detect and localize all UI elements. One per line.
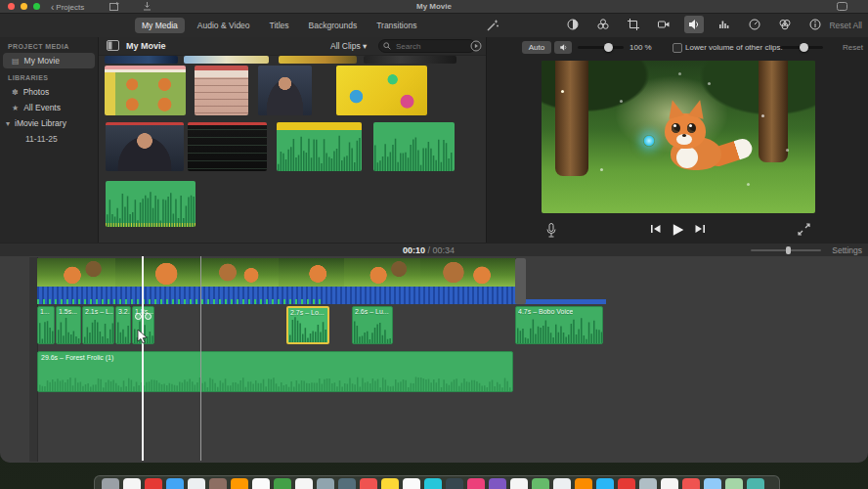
tab-titles[interactable]: Titles bbox=[263, 18, 296, 33]
volume-reset-button[interactable]: Reset bbox=[843, 43, 863, 52]
clip-end-handle[interactable] bbox=[515, 258, 526, 304]
media-thumbnail-man[interactable] bbox=[258, 66, 312, 115]
dock-app-icon[interactable] bbox=[231, 478, 248, 489]
play-filtered-icon[interactable] bbox=[470, 40, 482, 52]
volume-slider-knob[interactable] bbox=[604, 43, 613, 52]
clip-filter-dropdown[interactable]: All Clips ▾ bbox=[330, 41, 367, 51]
dock-app-icon[interactable] bbox=[532, 478, 549, 489]
timeline-video-clip[interactable] bbox=[37, 258, 116, 287]
sidebar-item-my-movie[interactable]: ▤ My Movie bbox=[3, 53, 95, 68]
background-music-clip[interactable]: 29.6s – Forest Frolic (1) bbox=[37, 351, 513, 392]
dock-app-icon[interactable] bbox=[618, 478, 635, 489]
timeline-audio-clip[interactable]: 4.7s – Bobo Voice bbox=[515, 306, 603, 344]
search-field[interactable] bbox=[378, 39, 476, 53]
fade-handle[interactable] bbox=[145, 313, 152, 320]
media-thumbnail-foxgrid[interactable] bbox=[105, 66, 186, 115]
volume-icon[interactable] bbox=[684, 16, 704, 33]
tab-my-media[interactable]: My Media bbox=[135, 18, 185, 33]
media-thumbnail-terminal[interactable] bbox=[188, 122, 267, 171]
sidebar-item-imovie-library[interactable]: ▾ iMovie Library bbox=[0, 115, 98, 131]
timeline-zoom-slider[interactable] bbox=[751, 249, 821, 251]
chevron-down-icon[interactable]: ▾ bbox=[6, 119, 10, 128]
timeline-audio-clip[interactable]: 2.1s – L... bbox=[82, 306, 114, 344]
timeline-audio-clip[interactable]: 2.6s – Lu... bbox=[352, 306, 393, 344]
dock-app-icon[interactable] bbox=[274, 478, 291, 489]
timeline-audio-clip[interactable]: 3.2... bbox=[115, 306, 131, 344]
tab-audio-video[interactable]: Audio & Video bbox=[191, 18, 257, 33]
media-thumbnail-partial-sky[interactable] bbox=[184, 56, 269, 64]
enhance-wand-icon[interactable] bbox=[486, 19, 499, 32]
ducking-slider-knob[interactable] bbox=[800, 43, 808, 52]
tab-transitions[interactable]: Transitions bbox=[369, 18, 423, 33]
dock-app-icon[interactable] bbox=[403, 478, 420, 489]
clip-filter-icon[interactable] bbox=[775, 16, 795, 33]
lower-volume-checkbox[interactable] bbox=[673, 43, 682, 53]
sidebar-item-all-events[interactable]: ★ All Events bbox=[0, 100, 98, 115]
reset-all-button[interactable]: Reset All bbox=[829, 21, 862, 30]
dock-app-icon[interactable] bbox=[575, 478, 592, 489]
dock-app-icon[interactable] bbox=[295, 478, 313, 489]
playhead[interactable] bbox=[142, 256, 144, 461]
auto-volume-button[interactable]: Auto bbox=[522, 41, 551, 54]
noise-reduction-icon[interactable] bbox=[715, 16, 734, 33]
dock-app-icon[interactable] bbox=[317, 478, 334, 489]
sidebar-toggle-icon[interactable] bbox=[107, 40, 119, 51]
timeline-audio-clip[interactable]: 1.5s... bbox=[56, 306, 81, 344]
share-icon[interactable] bbox=[837, 2, 847, 11]
media-thumbnail-man2[interactable] bbox=[106, 122, 184, 171]
dock-app-icon[interactable] bbox=[360, 478, 377, 489]
info-icon[interactable] bbox=[805, 16, 825, 33]
dock-app-icon[interactable] bbox=[424, 478, 442, 489]
sidebar-item-photos[interactable]: ✽ Photos bbox=[0, 84, 98, 100]
volume-slider[interactable] bbox=[578, 46, 624, 49]
dock-app-icon[interactable] bbox=[467, 478, 485, 489]
dock-app-icon[interactable] bbox=[381, 478, 399, 489]
color-correction-icon[interactable] bbox=[593, 16, 613, 33]
fade-handle[interactable] bbox=[135, 313, 142, 320]
speed-icon[interactable] bbox=[745, 16, 764, 33]
media-thumbnail-yellow[interactable] bbox=[336, 66, 427, 115]
timeline-zoom-knob[interactable] bbox=[786, 246, 791, 254]
previous-frame-button[interactable] bbox=[649, 223, 662, 235]
dock-app-icon[interactable] bbox=[704, 478, 721, 489]
timeline-video-clip[interactable] bbox=[420, 258, 516, 287]
next-frame-button[interactable] bbox=[694, 223, 707, 235]
tab-backgrounds[interactable]: Backgrounds bbox=[302, 18, 365, 33]
dock-app-icon[interactable] bbox=[188, 478, 205, 489]
media-thumbnail-partial-yellow[interactable] bbox=[279, 56, 357, 64]
dock-app-icon[interactable] bbox=[682, 478, 700, 489]
dock-app-icon[interactable] bbox=[639, 478, 657, 489]
dock-app-icon[interactable] bbox=[252, 478, 270, 489]
mute-button[interactable] bbox=[554, 41, 572, 54]
timeline-settings-button[interactable]: Settings bbox=[832, 245, 862, 255]
dock-app-icon[interactable] bbox=[446, 478, 463, 489]
fullscreen-icon[interactable] bbox=[798, 223, 810, 236]
dock-app-icon[interactable] bbox=[747, 478, 764, 489]
dock-app-icon[interactable] bbox=[102, 478, 119, 489]
color-balance-icon[interactable] bbox=[563, 16, 583, 33]
media-thumbnail-doc[interactable] bbox=[195, 66, 248, 115]
dock-app-icon[interactable] bbox=[725, 478, 743, 489]
dock-app-icon[interactable] bbox=[338, 478, 356, 489]
timeline-video-clip[interactable] bbox=[115, 258, 201, 287]
stabilization-icon[interactable] bbox=[654, 16, 673, 33]
ducking-slider[interactable] bbox=[780, 46, 823, 49]
timeline-audio-clip-selected[interactable]: 2.7s – Lo... bbox=[286, 306, 329, 344]
dock-app-icon[interactable] bbox=[123, 478, 141, 489]
media-thumbnail-audio-yellowtop[interactable] bbox=[277, 122, 362, 171]
media-thumbnail-partial-blue[interactable] bbox=[105, 56, 178, 64]
play-button[interactable] bbox=[671, 223, 685, 237]
skimmer-line[interactable] bbox=[200, 256, 201, 461]
timeline-video-clip[interactable] bbox=[344, 258, 421, 287]
crop-icon[interactable] bbox=[624, 16, 643, 33]
media-thumbnail-audio-wave2[interactable] bbox=[106, 181, 195, 227]
video-audio-waveform[interactable] bbox=[37, 287, 515, 304]
voiceover-mic-icon[interactable] bbox=[545, 223, 557, 239]
dock-app-icon[interactable] bbox=[553, 478, 571, 489]
dock-app-icon[interactable] bbox=[145, 478, 162, 489]
dock-app-icon[interactable] bbox=[510, 478, 528, 489]
timeline-video-clip[interactable] bbox=[200, 258, 280, 287]
dock-app-icon[interactable] bbox=[489, 478, 506, 489]
timeline-video-clip[interactable] bbox=[279, 258, 345, 287]
sidebar-item-event-11-11-25[interactable]: 11-11-25 bbox=[0, 131, 98, 147]
